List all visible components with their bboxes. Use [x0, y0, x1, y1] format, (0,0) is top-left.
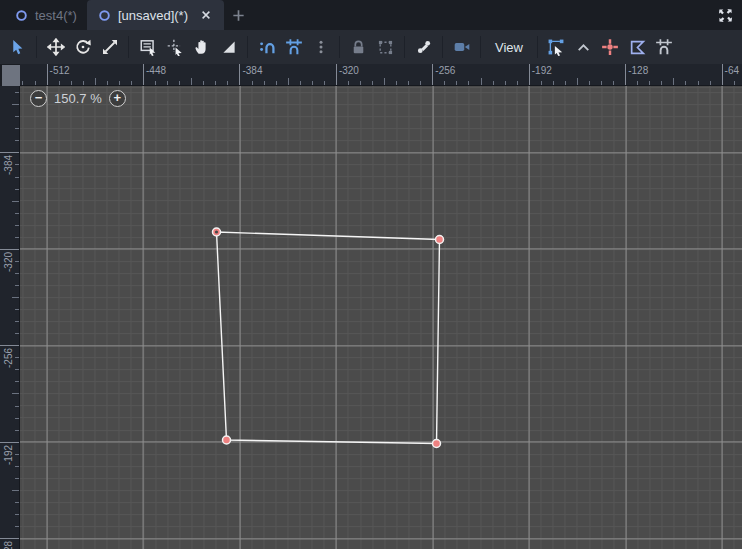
- expand-icon[interactable]: [708, 0, 742, 30]
- ruler-label: -320: [339, 65, 359, 76]
- add-scene-tab-button[interactable]: [224, 0, 252, 30]
- chevron-up-icon[interactable]: [570, 34, 597, 60]
- snap-options-icon[interactable]: [307, 34, 334, 60]
- select-tool-icon[interactable]: [4, 34, 31, 60]
- ruler-label: -128: [3, 541, 14, 549]
- polygon-vertex-handle[interactable]: [223, 436, 231, 444]
- polygon-edge[interactable]: [217, 232, 440, 444]
- zoom-controls: − 150.7 % +: [30, 90, 126, 107]
- toolbar-separator: [442, 36, 443, 58]
- ruler-corner: [2, 65, 20, 86]
- ruler-tool-icon[interactable]: [215, 34, 242, 60]
- ruler-label: -192: [3, 445, 14, 465]
- view-menu-button[interactable]: View: [486, 34, 532, 60]
- toolbar-separator: [537, 36, 538, 58]
- ruler-label: -128: [628, 65, 648, 76]
- position-select-tool-icon[interactable]: [161, 34, 188, 60]
- lock-icon[interactable]: [345, 34, 372, 60]
- group-icon[interactable]: [372, 34, 399, 60]
- zoom-level: 150.7 %: [54, 91, 102, 106]
- tabbar-spacer: [252, 0, 708, 30]
- toolbar-separator: [36, 36, 37, 58]
- toolbar-separator: [247, 36, 248, 58]
- ruler-label: -64: [725, 65, 739, 76]
- ruler-label: -448: [146, 65, 166, 76]
- move-tool-icon[interactable]: [42, 34, 69, 60]
- zoom-in-button[interactable]: +: [109, 90, 126, 107]
- close-tab-icon[interactable]: [198, 7, 214, 23]
- ruler-label: -256: [435, 65, 455, 76]
- bone-icon[interactable]: [410, 34, 437, 60]
- ruler-label: -384: [3, 155, 14, 175]
- tab-unsaved[interactable]: [unsaved](*): [87, 0, 224, 30]
- scale-tool-icon[interactable]: [96, 34, 123, 60]
- grid-snap-icon[interactable]: [280, 34, 307, 60]
- ruler-label: -192: [532, 65, 552, 76]
- ruler-label: -512: [50, 65, 70, 76]
- vertical-ruler[interactable]: -384-320-256-192-128: [0, 86, 20, 549]
- edited-polygon[interactable]: [20, 86, 742, 549]
- ruler-label: -384: [242, 65, 262, 76]
- tab-label: test4(*): [35, 8, 77, 23]
- polygon-vertex-handle[interactable]: [436, 236, 444, 244]
- viewport-canvas[interactable]: − 150.7 % +: [20, 86, 742, 549]
- toolbar-separator: [128, 36, 129, 58]
- pan-tool-icon[interactable]: [188, 34, 215, 60]
- tab-test4[interactable]: test4(*): [4, 0, 87, 30]
- rotate-tool-icon[interactable]: [69, 34, 96, 60]
- node-circle-icon: [97, 8, 112, 23]
- zoom-out-button[interactable]: −: [30, 90, 47, 107]
- toolbar-separator: [339, 36, 340, 58]
- horizontal-ruler[interactable]: -512-448-384-320-256-192-128-64: [20, 64, 742, 86]
- ruler-label: -256: [3, 348, 14, 368]
- editor-window: test4(*) [unsaved](*): [0, 0, 742, 549]
- tab-label: [unsaved](*): [118, 8, 188, 23]
- edit-points-icon[interactable]: [543, 34, 570, 60]
- polygon-vertex-handle[interactable]: [433, 440, 441, 448]
- canvas-toolbar: View: [0, 30, 742, 64]
- polygon-edit-icon[interactable]: [624, 34, 651, 60]
- toolbar-separator: [404, 36, 405, 58]
- snap-settings-icon[interactable]: [651, 34, 678, 60]
- camera-override-icon[interactable]: [448, 34, 475, 60]
- smart-snap-icon[interactable]: [253, 34, 280, 60]
- selected-vertex-dot: [215, 230, 218, 233]
- list-select-tool-icon[interactable]: [134, 34, 161, 60]
- pivot-marker-icon[interactable]: [597, 34, 624, 60]
- ruler-label: -320: [3, 252, 14, 272]
- node-circle-icon: [14, 8, 29, 23]
- toolbar-separator: [480, 36, 481, 58]
- scene-tab-bar: test4(*) [unsaved](*): [0, 0, 742, 30]
